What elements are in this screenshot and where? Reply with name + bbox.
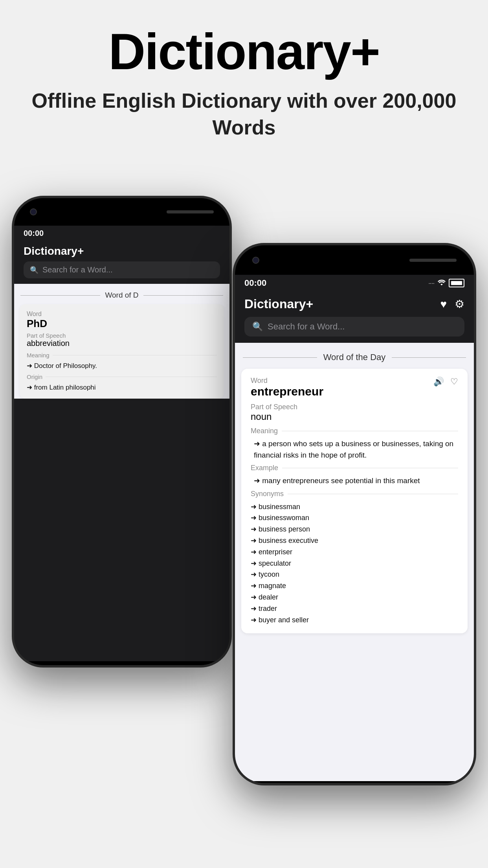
back-app-title: Dictionary+	[24, 245, 220, 257]
front-example-section-label: Example	[251, 464, 278, 472]
back-wotd-line-right	[143, 295, 223, 296]
front-status-icons: ····	[428, 279, 464, 287]
front-synonyms-section-line	[288, 494, 458, 494]
front-pos-value: noun	[251, 411, 458, 422]
front-settings-icon[interactable]: ⚙	[455, 298, 464, 311]
front-word-value: entrepreneur	[251, 385, 323, 398]
back-search-bar[interactable]: 🔍 Search for a Word...	[24, 261, 220, 278]
synonym-item: ➜ businessman	[251, 501, 458, 513]
back-word-value: PhD	[27, 318, 217, 330]
front-example-section-line	[282, 468, 458, 468]
back-word-card: Word PhD Part of Speech abbreviation Mea…	[20, 304, 224, 399]
front-wotd-line-right	[392, 357, 466, 358]
front-card-header: Word entrepreneur 🔊 ♡	[251, 377, 458, 401]
app-subtitle: Offline English Dictionary with over 200…	[31, 88, 457, 141]
front-example-section-header: Example	[251, 464, 458, 472]
back-app-header: Dictionary+ 🔍 Search for a Word...	[14, 241, 229, 284]
back-pos-label: Part of Speech	[27, 332, 217, 339]
front-heart-icon[interactable]: ♥	[440, 298, 447, 311]
front-pos-label: Part of Speech	[251, 403, 458, 411]
synonym-item: ➜ business person	[251, 524, 458, 535]
front-phone-screen: 00:00 ···· Dictionary+	[235, 275, 474, 781]
back-origin-value: ➜ from Latin philosophi	[27, 383, 217, 393]
front-speaker	[409, 259, 457, 262]
back-wotd-header: Word of D	[14, 284, 229, 304]
back-phone-screen: 00:00 Dictionary+ 🔍 Search for a Word...…	[14, 226, 229, 661]
front-meaning-section-label: Meaning	[251, 427, 278, 435]
front-wotd-title: Word of the Day	[323, 352, 386, 362]
front-app-header: Dictionary+ ♥ ⚙ 🔍 Search for a Word...	[235, 291, 474, 343]
synonym-item: ➜ dealer	[251, 592, 458, 603]
back-origin-line	[46, 377, 217, 377]
back-search-placeholder: Search for a Word...	[42, 265, 113, 274]
back-origin-label: Origin	[27, 373, 42, 380]
back-speaker	[167, 210, 214, 213]
back-search-icon: 🔍	[30, 266, 39, 274]
back-meaning-header: Meaning	[27, 352, 217, 359]
front-content-area: Word of the Day Word entrepreneur 🔊 ♡	[235, 343, 474, 781]
battery-icon	[449, 279, 464, 287]
front-word-card: Word entrepreneur 🔊 ♡ Part of Speech nou…	[241, 369, 468, 633]
front-meaning-section-line	[282, 431, 458, 431]
back-word-label: Word	[27, 311, 217, 318]
synonym-item: ➜ buyer and seller	[251, 614, 458, 626]
front-wotd-header: Word of the Day	[235, 343, 474, 369]
back-meaning-line	[53, 355, 217, 355]
back-wotd-title: Word of D	[105, 291, 138, 300]
synonym-item: ➜ trader	[251, 603, 458, 614]
front-camera-icon	[252, 257, 259, 264]
synonym-item: ➜ speculator	[251, 558, 458, 569]
front-sound-icon[interactable]: 🔊	[433, 377, 444, 387]
front-synonyms-list: ➜ businessman➜ businesswoman➜ business p…	[251, 501, 458, 626]
front-header-icons: ♥ ⚙	[440, 298, 464, 311]
back-home-button[interactable]	[108, 667, 136, 668]
front-wotd-line-left	[243, 357, 317, 358]
synonym-item: ➜ business executive	[251, 535, 458, 546]
back-status-time: 00:00	[24, 229, 44, 238]
front-example-value: ➜ many entrepreneurs see potential in th…	[251, 475, 458, 487]
front-app-header-row: Dictionary+ ♥ ⚙	[244, 297, 464, 311]
back-origin-header: Origin	[27, 373, 217, 380]
back-meaning-value: ➜ Doctor of Philosophy.	[27, 361, 217, 371]
synonym-item: ➜ businesswoman	[251, 512, 458, 524]
wifi-icon	[438, 279, 446, 287]
front-status-bar: 00:00 ····	[235, 275, 474, 291]
front-synonyms-section-header: Synonyms	[251, 490, 458, 498]
synonym-item: ➜ magnate	[251, 580, 458, 592]
back-pos-value: abbreviation	[27, 339, 217, 348]
front-search-placeholder: Search for a Word...	[268, 322, 345, 332]
front-search-bar[interactable]: 🔍 Search for a Word...	[244, 317, 464, 337]
front-meaning-section-header: Meaning	[251, 427, 458, 435]
back-camera-icon	[30, 208, 37, 215]
front-phone: 00:00 ···· Dictionary+	[233, 243, 476, 785]
front-word-label: Word	[251, 377, 323, 385]
phones-container: 00:00 Dictionary+ 🔍 Search for a Word...…	[0, 164, 488, 833]
back-phone: 00:00 Dictionary+ 🔍 Search for a Word...…	[12, 196, 232, 668]
synonym-item: ➜ enterpriser	[251, 546, 458, 558]
back-phone-notch	[14, 198, 229, 226]
back-status-bar: 00:00	[14, 226, 229, 241]
front-search-icon: 🔍	[252, 322, 263, 332]
front-card-icons: 🔊 ♡	[433, 377, 458, 387]
front-meaning-value: ➜ a person who sets up a business or bus…	[251, 438, 458, 461]
synonym-item: ➜ tycoon	[251, 569, 458, 580]
front-synonyms-section-label: Synonyms	[251, 490, 284, 498]
front-word-info: Word entrepreneur	[251, 377, 323, 401]
front-phone-notch	[235, 245, 474, 275]
front-card-heart-icon[interactable]: ♡	[450, 377, 458, 387]
front-status-time: 00:00	[244, 278, 266, 288]
front-app-title: Dictionary+	[244, 297, 313, 311]
front-phone-bottom	[235, 781, 474, 785]
back-wotd-line-left	[20, 295, 100, 296]
back-meaning-label: Meaning	[27, 352, 50, 359]
back-content: Word of D Word PhD Part of Speech abbrev…	[14, 284, 229, 399]
back-phone-bottom	[14, 661, 229, 668]
app-title: Dictionary+	[31, 24, 457, 80]
signal-icon: ····	[428, 280, 435, 286]
app-header-section: Dictionary+ Offline English Dictionary w…	[0, 0, 488, 156]
